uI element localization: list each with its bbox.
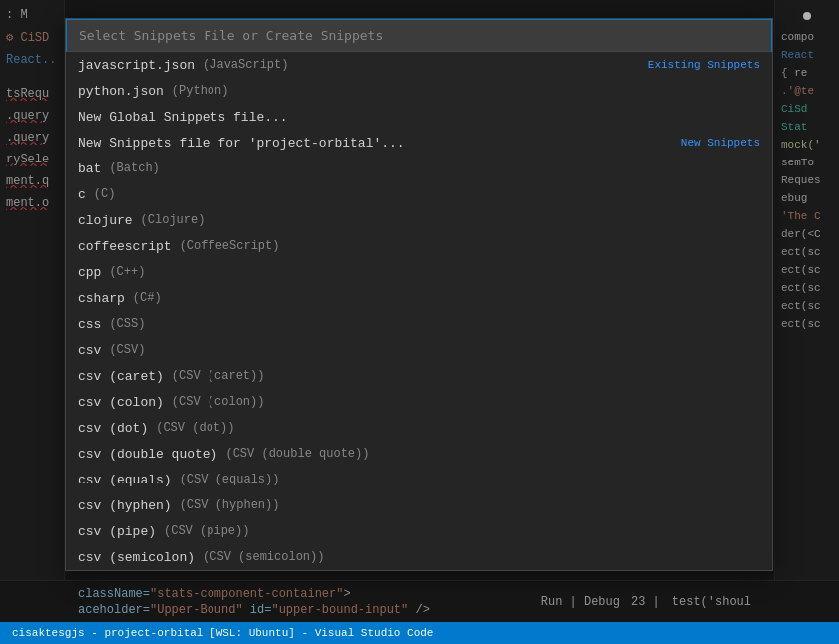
item-name: coffeescript [78, 239, 172, 254]
item-left: csv (pipe) (CSV (pipe)) [78, 524, 760, 539]
item-name: csharp [78, 291, 125, 306]
item-left: csv (dot) (CSV (dot)) [78, 421, 760, 436]
status-bar: cisaktesgjs - project-orbital [WSL: Ubun… [0, 622, 839, 644]
item-desc: (CSV (semicolon)) [203, 550, 324, 564]
item-name: bat [78, 161, 101, 176]
snippets-search-input[interactable] [66, 19, 772, 52]
item-name: csv (caret) [78, 369, 164, 384]
item-left: csv (equals) (CSV (equals)) [78, 473, 760, 487]
item-name: csv [78, 343, 101, 358]
item-left: csv (semicolon) (CSV (semicolon)) [78, 550, 760, 565]
item-left: coffeescript (CoffeeScript) [78, 239, 760, 254]
item-desc: (CSV (dot)) [156, 421, 234, 435]
list-item[interactable]: c (C) [66, 181, 772, 207]
item-name: csv (semicolon) [78, 550, 195, 565]
snippets-dropdown: javascript.json (JavaScript) Existing Sn… [65, 18, 773, 571]
item-left: New Snippets file for 'project-orbital'.… [78, 136, 681, 151]
item-desc: (CSV (colon)) [172, 395, 265, 409]
item-left: css (CSS) [78, 317, 760, 332]
list-item[interactable]: python.json (Python) [66, 78, 772, 104]
list-item[interactable]: csv (hyphen) (CSV (hyphen)) [66, 492, 772, 518]
list-item[interactable]: css (CSS) [66, 311, 772, 337]
list-item[interactable]: csharp (C#) [66, 285, 772, 311]
status-bar-text: cisaktesgjs - project-orbital [WSL: Ubun… [12, 627, 433, 639]
item-left: c (C) [78, 187, 760, 202]
item-name: New Global Snippets file... [78, 110, 288, 125]
item-left: javascript.json (JavaScript) [78, 58, 648, 73]
item-desc: (CSV (equals)) [180, 473, 280, 486]
list-item[interactable]: bat (Batch) [66, 156, 772, 181]
item-desc: (CSV (pipe)) [164, 524, 249, 538]
item-name: csv (hyphen) [78, 498, 172, 513]
item-desc: (CSS) [109, 317, 145, 331]
item-left: csv (caret) (CSV (caret)) [78, 369, 760, 384]
item-left: clojure (Clojure) [78, 213, 760, 228]
item-left: csv (CSV) [78, 343, 760, 358]
list-item[interactable]: clojure (Clojure) [66, 207, 772, 233]
item-left: python.json (Python) [78, 84, 760, 99]
list-item[interactable]: New Global Snippets file... [66, 104, 772, 130]
list-item[interactable]: csv (double quote) (CSV (double quote)) [66, 441, 772, 467]
snippets-list: javascript.json (JavaScript) Existing Sn… [66, 52, 772, 570]
list-item[interactable]: csv (colon) (CSV (colon)) [66, 389, 772, 415]
item-left: New Global Snippets file... [78, 110, 760, 125]
item-desc: (CSV) [109, 343, 145, 357]
item-name: clojure [78, 213, 133, 228]
item-desc: (CoffeeScript) [180, 239, 280, 253]
item-name: New Snippets file for 'project-orbital'.… [78, 136, 405, 151]
item-desc: (CSV (double quote)) [225, 447, 369, 461]
item-left: csharp (C#) [78, 291, 760, 306]
item-desc: (C) [94, 187, 116, 201]
item-name: csv (colon) [78, 395, 164, 410]
list-item[interactable]: coffeescript (CoffeeScript) [66, 233, 772, 259]
list-item[interactable]: csv (pipe) (CSV (pipe)) [66, 518, 772, 544]
list-item[interactable]: javascript.json (JavaScript) Existing Sn… [66, 52, 772, 78]
item-left: bat (Batch) [78, 161, 760, 176]
item-name: cpp [78, 265, 101, 280]
item-name: css [78, 317, 101, 332]
item-name: csv (pipe) [78, 524, 156, 539]
item-desc: (JavaScript) [203, 58, 288, 72]
item-left: cpp (C++) [78, 265, 760, 280]
item-name: javascript.json [78, 58, 195, 73]
list-item[interactable]: New Snippets file for 'project-orbital'.… [66, 130, 772, 156]
item-desc: (Clojure) [141, 213, 206, 227]
item-left: csv (hyphen) (CSV (hyphen)) [78, 498, 760, 513]
list-item[interactable]: csv (equals) (CSV (equals)) [66, 467, 772, 492]
list-item[interactable]: csv (CSV) [66, 337, 772, 363]
item-left: csv (colon) (CSV (colon)) [78, 395, 760, 410]
list-item[interactable]: csv (semicolon) (CSV (semicolon)) [66, 544, 772, 570]
item-desc: (C++) [109, 265, 145, 279]
item-desc: (Batch) [109, 161, 159, 175]
item-name: csv (double quote) [78, 447, 217, 462]
list-item[interactable]: csv (dot) (CSV (dot)) [66, 415, 772, 441]
item-name: python.json [78, 84, 164, 99]
item-desc: (CSV (hyphen)) [180, 498, 280, 512]
item-left: csv (double quote) (CSV (double quote)) [78, 447, 760, 462]
item-name: csv (dot) [78, 421, 148, 436]
list-item[interactable]: csv (caret) (CSV (caret)) [66, 363, 772, 389]
item-desc: (CSV (caret)) [172, 369, 265, 383]
item-tag-existing: Existing Snippets [648, 59, 760, 71]
item-name: c [78, 187, 86, 202]
item-desc: (Python) [172, 84, 229, 98]
list-item[interactable]: cpp (C++) [66, 259, 772, 285]
item-desc: (C#) [133, 291, 162, 305]
item-tag-new: New Snippets [681, 137, 760, 149]
item-name: csv (equals) [78, 473, 172, 487]
